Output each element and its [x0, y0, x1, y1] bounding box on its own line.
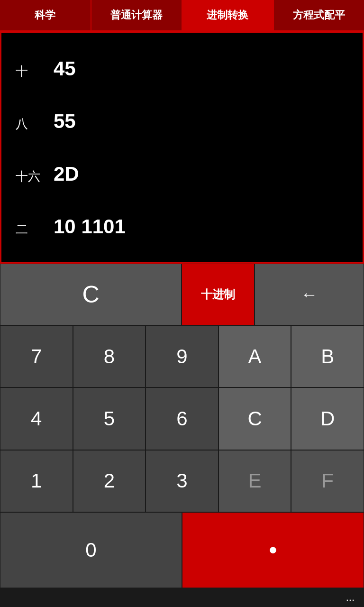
key-5[interactable]: 5: [73, 387, 146, 450]
key-B[interactable]: B: [291, 325, 364, 387]
key-8[interactable]: 8: [73, 325, 146, 387]
tab-science-label: 科学: [35, 8, 55, 22]
display-area: 十 45 八 55 十六 2D 二 10 1101: [0, 31, 364, 264]
tab-equation-label: 方程式配平: [293, 8, 345, 22]
value-binary: 10 1101: [54, 215, 126, 238]
base-toggle-button[interactable]: 十进制: [182, 264, 255, 325]
key-E[interactable]: E: [218, 450, 291, 512]
dot-icon: •: [269, 536, 277, 564]
tab-normal-label: 普通计算器: [110, 8, 163, 22]
key-4[interactable]: 4: [0, 387, 73, 450]
label-octal: 八: [16, 116, 44, 132]
key-D[interactable]: D: [291, 387, 364, 450]
key-0[interactable]: 0: [0, 512, 182, 588]
tab-bar: 科学 普通计算器 进制转换 方程式配平: [0, 0, 364, 31]
value-decimal: 45: [54, 57, 76, 80]
keypad-number-rows: 7 8 9 A B 4 5 6: [0, 325, 364, 512]
key-7[interactable]: 7: [0, 325, 73, 387]
display-row-decimal: 十 45: [16, 57, 348, 80]
display-row-binary: 二 10 1101: [16, 215, 348, 238]
key-3[interactable]: 3: [146, 450, 218, 512]
tab-normal[interactable]: 普通计算器: [91, 0, 183, 30]
key-A[interactable]: A: [218, 325, 291, 387]
key-row-1: 7 8 9 A B: [0, 325, 364, 387]
value-hex: 2D: [54, 163, 79, 185]
backspace-button[interactable]: ←: [255, 264, 364, 325]
display-row-octal: 八 55: [16, 110, 348, 133]
keypad-top-row: C 十进制 ←: [0, 264, 364, 325]
clear-button[interactable]: C: [0, 264, 182, 325]
tab-base-label: 进制转换: [207, 8, 248, 22]
key-C[interactable]: C: [218, 387, 291, 450]
label-binary: 二: [16, 221, 44, 238]
key-dot[interactable]: •: [182, 512, 364, 588]
key-6[interactable]: 6: [146, 387, 218, 450]
label-hex: 十六: [16, 168, 44, 185]
label-decimal: 十: [16, 63, 44, 80]
status-bar: ...: [0, 588, 364, 607]
key-F[interactable]: F: [291, 450, 364, 512]
key-row-3: 1 2 3 E F: [0, 450, 364, 512]
key-1[interactable]: 1: [0, 450, 73, 512]
key-2[interactable]: 2: [73, 450, 146, 512]
tab-base[interactable]: 进制转换: [182, 0, 274, 30]
keypad-bottom-row: 0 •: [0, 512, 364, 588]
tab-science[interactable]: 科学: [0, 0, 91, 30]
display-row-hex: 十六 2D: [16, 163, 348, 185]
tab-equation[interactable]: 方程式配平: [274, 0, 364, 30]
backspace-icon: ←: [301, 285, 318, 304]
value-octal: 55: [54, 110, 76, 133]
key-9[interactable]: 9: [146, 325, 218, 387]
keypad: C 十进制 ← 7 8 9 A B: [0, 264, 364, 588]
status-dots: ...: [346, 591, 355, 604]
key-row-2: 4 5 6 C D: [0, 387, 364, 450]
